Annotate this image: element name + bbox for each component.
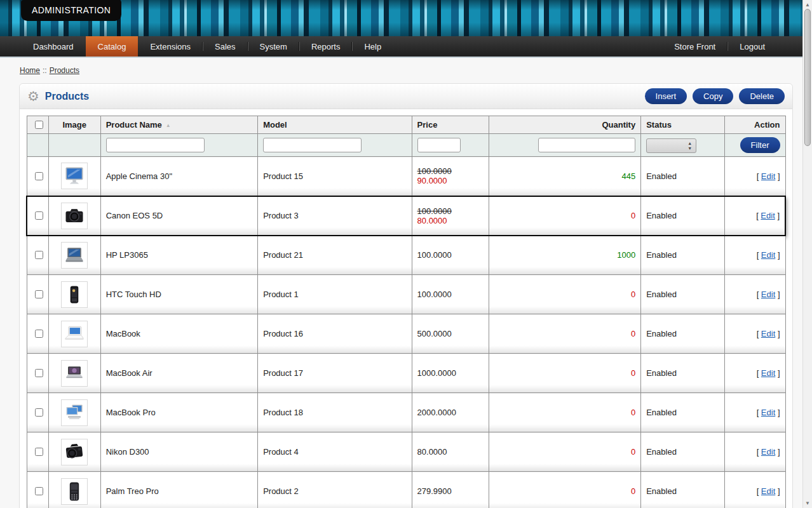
vertical-scrollbar[interactable]: ▲ ▼ xyxy=(802,0,812,508)
edit-link[interactable]: Edit xyxy=(761,408,775,417)
row-select-checkbox[interactable] xyxy=(35,172,43,180)
edit-link[interactable]: Edit xyxy=(761,486,775,496)
product-action-cell: [ Edit ] xyxy=(725,275,785,314)
edit-link[interactable]: Edit xyxy=(761,211,775,220)
action-bracket-open: [ xyxy=(757,368,761,378)
column-header-status[interactable]: Status xyxy=(641,116,725,134)
nav-right-group: Store FrontLogout xyxy=(662,36,777,57)
product-quantity-cell: 0 xyxy=(489,354,640,393)
row-select-checkbox[interactable] xyxy=(35,290,43,298)
column-header-quantity[interactable]: Quantity xyxy=(489,116,640,134)
content-area: Home::Products ⚙ Products InsertCopyDele… xyxy=(0,58,812,508)
edit-link[interactable]: Edit xyxy=(761,250,775,260)
row-select-checkbox[interactable] xyxy=(35,251,43,259)
filter-product-name-input[interactable] xyxy=(106,138,205,152)
row-select-checkbox[interactable] xyxy=(35,408,43,417)
column-header-model[interactable]: Model xyxy=(258,116,412,134)
monitor-icon xyxy=(61,163,88,189)
product-price-cell: 2000.0000 xyxy=(412,393,489,432)
product-status-cell: Enabled xyxy=(641,196,725,236)
edit-link[interactable]: Edit xyxy=(761,447,775,457)
filter-row: ▲▼ Filter xyxy=(27,134,785,157)
row-select-checkbox[interactable] xyxy=(35,369,43,377)
product-action-cell: [ Edit ] xyxy=(725,196,785,236)
product-quantity-cell: 445 xyxy=(489,157,640,196)
main-nav: DashboardCatalogExtensionsSalesSystemRep… xyxy=(0,36,812,58)
delete-button[interactable]: Delete xyxy=(739,88,785,104)
product-quantity-cell: 0 xyxy=(489,472,640,508)
product-name-cell: Palm Treo Pro xyxy=(100,472,257,508)
action-bracket-close: ] xyxy=(775,290,780,299)
product-action-cell: [ Edit ] xyxy=(725,236,785,275)
nav-item-dashboard[interactable]: Dashboard xyxy=(21,36,86,57)
nav-item-store-front[interactable]: Store Front xyxy=(662,36,727,57)
nav-spacer xyxy=(393,36,662,57)
breadcrumb: Home::Products xyxy=(20,66,793,75)
touch-phone-icon xyxy=(61,281,88,308)
nav-item-extensions[interactable]: Extensions xyxy=(138,36,203,57)
column-header-action[interactable]: Action xyxy=(725,116,785,134)
row-select-checkbox[interactable] xyxy=(35,211,43,220)
filter-cell-image xyxy=(48,134,100,157)
filter-quantity-input[interactable] xyxy=(538,138,635,152)
product-model-cell: Product 16 xyxy=(258,314,412,354)
action-bracket-open: [ xyxy=(757,250,761,260)
filter-model-input[interactable] xyxy=(263,138,362,152)
filter-status-select[interactable]: ▲▼ xyxy=(646,138,696,153)
edit-link[interactable]: Edit xyxy=(761,290,775,299)
row-checkbox-cell xyxy=(27,472,48,508)
nav-item-system[interactable]: System xyxy=(248,36,299,57)
nav-item-sales[interactable]: Sales xyxy=(203,36,248,57)
product-price-cell: 80.0000 xyxy=(412,432,489,472)
row-select-checkbox[interactable] xyxy=(35,487,43,495)
nav-item-catalog[interactable]: Catalog xyxy=(86,36,139,57)
edit-link[interactable]: Edit xyxy=(761,329,775,338)
nav-item-help[interactable]: Help xyxy=(352,36,393,57)
insert-button[interactable]: Insert xyxy=(645,88,687,104)
product-model-cell: Product 17 xyxy=(258,354,412,393)
scrollbar-thumb[interactable] xyxy=(804,9,811,146)
action-bracket-open: [ xyxy=(757,171,761,181)
action-bracket-open: [ xyxy=(757,408,761,417)
product-price-cell: 100.0000 xyxy=(412,275,489,314)
product-status-cell: Enabled xyxy=(641,275,725,314)
select-all-header xyxy=(27,116,48,134)
price-old: 100.0000 xyxy=(417,206,484,216)
scroll-down-icon[interactable]: ▼ xyxy=(803,500,812,506)
filter-price-input[interactable] xyxy=(417,138,461,152)
product-quantity-cell: 0 xyxy=(489,314,640,354)
row-checkbox-cell xyxy=(27,196,48,236)
nav-item-reports[interactable]: Reports xyxy=(299,36,353,57)
product-action-cell: [ Edit ] xyxy=(725,393,785,432)
breadcrumb-link-home[interactable]: Home xyxy=(20,66,40,75)
product-price-cell: 279.9900 xyxy=(412,472,489,508)
product-image-cell xyxy=(48,432,100,472)
laptop-icon xyxy=(61,242,88,269)
copy-button[interactable]: Copy xyxy=(693,88,733,104)
breadcrumb-link-products[interactable]: Products xyxy=(50,66,79,75)
column-header-image[interactable]: Image xyxy=(48,116,100,134)
table-wrap: ImageProduct Name▲ModelPriceQuantityStat… xyxy=(20,109,792,508)
filter-cell-price xyxy=(412,134,489,157)
product-model-cell: Product 2 xyxy=(258,472,412,508)
edit-link[interactable]: Edit xyxy=(761,368,775,378)
edit-link[interactable]: Edit xyxy=(761,171,775,181)
product-name-cell: HTC Touch HD xyxy=(100,275,257,314)
row-select-checkbox[interactable] xyxy=(35,448,43,456)
nav-left-group: DashboardCatalogExtensionsSalesSystemRep… xyxy=(21,36,393,57)
product-action-cell: [ Edit ] xyxy=(725,432,785,472)
row-select-checkbox[interactable] xyxy=(35,330,43,338)
column-header-product-name[interactable]: Product Name▲ xyxy=(100,116,257,134)
filter-button[interactable]: Filter xyxy=(740,137,780,153)
row-checkbox-cell xyxy=(27,236,48,275)
select-all-checkbox[interactable] xyxy=(35,121,43,129)
action-bracket-open: [ xyxy=(757,486,761,496)
nav-item-logout[interactable]: Logout xyxy=(727,36,777,57)
product-row: MacBook ProProduct 182000.00000Enabled[ … xyxy=(27,393,785,432)
action-bracket-close: ] xyxy=(775,250,780,260)
column-header-price[interactable]: Price xyxy=(412,116,489,134)
product-quantity-cell: 0 xyxy=(489,196,640,236)
product-quantity-cell: 0 xyxy=(489,275,640,314)
product-row: Palm Treo ProProduct 2279.99000Enabled[ … xyxy=(27,472,785,508)
scroll-up-icon[interactable]: ▲ xyxy=(803,2,812,8)
